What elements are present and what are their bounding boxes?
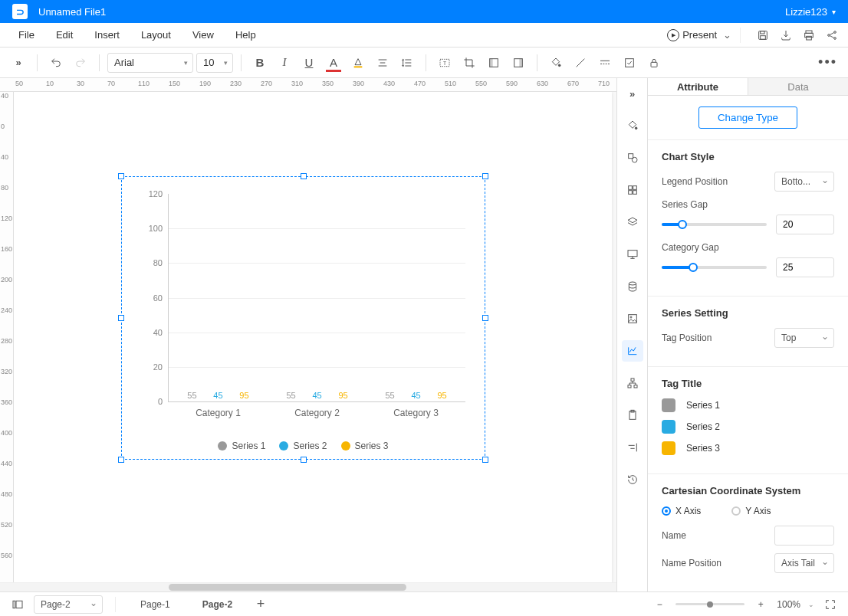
chart-legend: Series 1Series 2Series 3: [130, 441, 477, 451]
page[interactable]: 020406080100120554595Category 1554595Cat…: [14, 92, 612, 582]
series3-swatch[interactable]: [662, 441, 675, 455]
present-dropdown[interactable]: ⌄: [721, 29, 732, 41]
resize-handle-tr[interactable]: [482, 173, 488, 179]
font-color-icon[interactable]: A: [323, 52, 344, 74]
app-logo[interactable]: ⊃: [12, 4, 28, 19]
chart-panel-icon[interactable]: [622, 340, 643, 362]
resize-handle-tm[interactable]: [301, 173, 307, 179]
axis-name-input[interactable]: [774, 526, 834, 546]
svg-rect-36: [628, 315, 636, 323]
italic-icon[interactable]: I: [274, 52, 295, 74]
ruler-horizontal[interactable]: 5010307011015019023027031035039043047051…: [0, 78, 616, 92]
horizontal-scrollbar[interactable]: [0, 582, 616, 591]
fullscreen-icon[interactable]: [822, 596, 839, 613]
svg-point-8: [834, 37, 836, 39]
history-icon[interactable]: [622, 469, 643, 490]
font-family-select[interactable]: Arial: [107, 53, 193, 73]
menu-insert[interactable]: Insert: [84, 23, 130, 47]
grid-icon[interactable]: [622, 179, 643, 201]
lock-icon[interactable]: [643, 52, 665, 74]
hierarchy-icon[interactable]: [622, 372, 643, 394]
line-style-icon[interactable]: [594, 52, 616, 74]
collapse-panel-icon[interactable]: »: [622, 83, 643, 104]
scrollbar-thumb[interactable]: [169, 584, 406, 591]
menu-file[interactable]: File: [8, 23, 45, 47]
text-box-icon[interactable]: T: [434, 52, 455, 74]
legend-position-select[interactable]: Botto...: [774, 172, 834, 192]
statusbar: Page-2 Page-1 Page-2 + − + 100% ⌄: [0, 591, 848, 616]
menu-help[interactable]: Help: [225, 23, 267, 47]
bold-icon[interactable]: B: [249, 52, 271, 74]
line-color-icon[interactable]: [570, 52, 591, 74]
save-icon[interactable]: [754, 27, 771, 44]
font-size-select[interactable]: 10: [196, 53, 233, 73]
resize-handle-bl[interactable]: [118, 457, 124, 463]
more-tools-icon[interactable]: •••: [818, 54, 840, 70]
resize-handle-bm[interactable]: [301, 457, 307, 463]
theme-icon[interactable]: [622, 115, 643, 136]
redo-icon[interactable]: [70, 52, 91, 74]
underline-icon[interactable]: U: [298, 52, 320, 74]
image-icon[interactable]: [622, 308, 643, 329]
svg-point-35: [629, 282, 636, 285]
category-gap-input[interactable]: [776, 257, 834, 277]
position-left-icon[interactable]: [483, 52, 505, 74]
add-page-icon[interactable]: +: [252, 596, 269, 613]
series1-swatch[interactable]: [662, 398, 675, 412]
yaxis-radio[interactable]: Y Axis: [731, 506, 771, 516]
series3-label: Series 3: [686, 443, 720, 454]
menu-layout[interactable]: Layout: [130, 23, 182, 47]
align-right-icon[interactable]: [622, 437, 643, 458]
page-tab-1[interactable]: Page-1: [128, 592, 182, 616]
fill-color-icon[interactable]: [545, 52, 567, 74]
export-icon[interactable]: [777, 27, 794, 44]
undo-icon[interactable]: [45, 52, 67, 74]
series-gap-slider[interactable]: [662, 223, 767, 226]
menu-edit[interactable]: Edit: [45, 23, 84, 47]
share-icon[interactable]: [823, 27, 840, 44]
clipboard-icon[interactable]: [622, 405, 643, 426]
svg-rect-3: [806, 31, 812, 33]
expand-toolbar-icon[interactable]: »: [8, 52, 29, 74]
presentation-icon[interactable]: [622, 244, 643, 265]
layers-icon[interactable]: [622, 211, 643, 233]
highlight-color-icon[interactable]: [347, 52, 369, 74]
series-gap-input[interactable]: [776, 215, 834, 234]
ruler-vertical[interactable]: 4004080120160200240280320360400440480520…: [0, 92, 14, 582]
chart-selection[interactable]: 020406080100120554595Category 1554595Cat…: [121, 176, 485, 460]
print-icon[interactable]: [800, 27, 817, 44]
change-type-button[interactable]: Change Type: [698, 106, 797, 129]
line-spacing-icon[interactable]: [396, 52, 418, 74]
database-icon[interactable]: [622, 276, 643, 297]
zoom-out-icon[interactable]: −: [651, 596, 668, 613]
chart[interactable]: 020406080100120554595Category 1554595Cat…: [130, 185, 477, 451]
menu-view[interactable]: View: [182, 23, 225, 47]
present-button[interactable]: Present: [662, 25, 721, 45]
zoom-in-icon[interactable]: +: [752, 596, 769, 613]
tag-position-select[interactable]: Top: [774, 328, 834, 348]
resize-handle-ml[interactable]: [118, 315, 124, 321]
category-gap-slider[interactable]: [662, 266, 767, 269]
position-right-icon[interactable]: [508, 52, 529, 74]
checkbox-icon[interactable]: [619, 52, 640, 74]
file-name[interactable]: Unnamed File1: [38, 6, 785, 18]
resize-handle-br[interactable]: [482, 457, 488, 463]
resize-handle-tl[interactable]: [118, 173, 124, 179]
name-position-select[interactable]: Axis Tail: [774, 553, 834, 573]
zoom-value[interactable]: 100%: [777, 599, 800, 610]
page-tab-2[interactable]: Page-2: [190, 592, 245, 616]
user-menu[interactable]: Lizzie123: [785, 6, 836, 18]
align-icon[interactable]: [372, 52, 393, 74]
resize-handle-mr[interactable]: [482, 315, 488, 321]
crop-icon[interactable]: [459, 52, 480, 74]
xaxis-radio[interactable]: X Axis: [662, 506, 701, 516]
outline-view-icon[interactable]: [9, 596, 26, 613]
tab-attribute[interactable]: Attribute: [648, 78, 748, 96]
svg-point-6: [828, 34, 830, 36]
tab-data[interactable]: Data: [748, 78, 848, 96]
page-select[interactable]: Page-2: [34, 595, 103, 614]
series2-swatch[interactable]: [662, 420, 675, 434]
shapes-icon[interactable]: [622, 147, 643, 169]
zoom-slider[interactable]: [675, 603, 744, 605]
canvas[interactable]: 020406080100120554595Category 1554595Cat…: [14, 92, 616, 582]
